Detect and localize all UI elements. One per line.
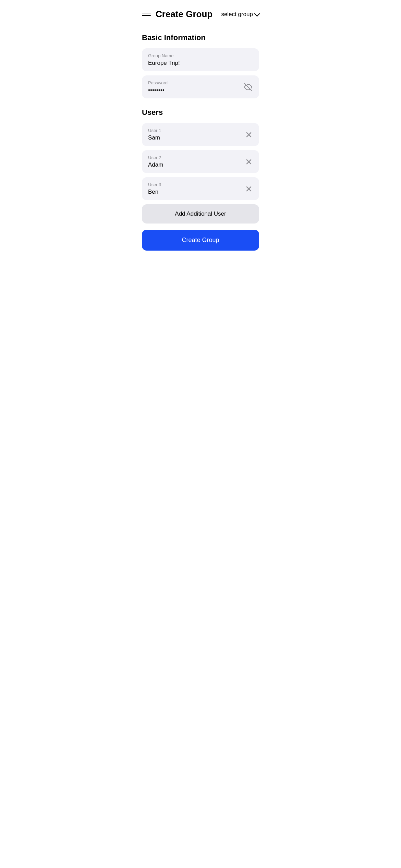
user-3-value: Ben bbox=[148, 189, 245, 195]
group-name-field[interactable]: Group Name Europe Trip! bbox=[142, 48, 259, 71]
eye-slash-icon[interactable] bbox=[243, 82, 253, 92]
chevron-down-icon bbox=[254, 11, 260, 16]
hamburger-menu-icon[interactable] bbox=[142, 13, 151, 16]
remove-user-2-icon[interactable] bbox=[245, 158, 253, 166]
user-field-1[interactable]: User 1 Sam bbox=[142, 123, 259, 146]
password-field[interactable]: Password •••••••• bbox=[142, 75, 259, 98]
password-value: •••••••• bbox=[148, 87, 243, 94]
main-content: Basic Information Group Name Europe Trip… bbox=[134, 23, 267, 268]
group-name-value: Europe Trip! bbox=[148, 60, 253, 67]
user-1-content: User 1 Sam bbox=[148, 128, 245, 141]
users-section: Users User 1 Sam User 2 Adam bbox=[142, 108, 259, 261]
user-2-label: User 2 bbox=[148, 155, 245, 160]
password-content: Password •••••••• bbox=[148, 80, 243, 94]
add-additional-user-button[interactable]: Add Additional User bbox=[142, 204, 259, 224]
user-3-label: User 3 bbox=[148, 182, 245, 187]
select-group-label: select group bbox=[221, 11, 253, 18]
user-1-value: Sam bbox=[148, 134, 245, 141]
remove-user-1-icon[interactable] bbox=[245, 131, 253, 139]
user-2-content: User 2 Adam bbox=[148, 155, 245, 168]
remove-user-3-icon[interactable] bbox=[245, 185, 253, 193]
basic-info-title: Basic Information bbox=[142, 33, 259, 42]
password-label: Password bbox=[148, 80, 243, 85]
header-left: Create Group bbox=[142, 9, 212, 20]
header: Create Group select group bbox=[134, 3, 267, 23]
user-field-3[interactable]: User 3 Ben bbox=[142, 177, 259, 200]
create-group-button[interactable]: Create Group bbox=[142, 230, 259, 251]
basic-info-section: Basic Information Group Name Europe Trip… bbox=[142, 33, 259, 98]
group-name-label: Group Name bbox=[148, 53, 253, 58]
users-title: Users bbox=[142, 108, 259, 117]
user-2-value: Adam bbox=[148, 161, 245, 168]
user-3-content: User 3 Ben bbox=[148, 182, 245, 195]
page-title: Create Group bbox=[156, 9, 212, 20]
user-field-2[interactable]: User 2 Adam bbox=[142, 150, 259, 173]
user-1-label: User 1 bbox=[148, 128, 245, 133]
select-group-button[interactable]: select group bbox=[221, 11, 259, 18]
